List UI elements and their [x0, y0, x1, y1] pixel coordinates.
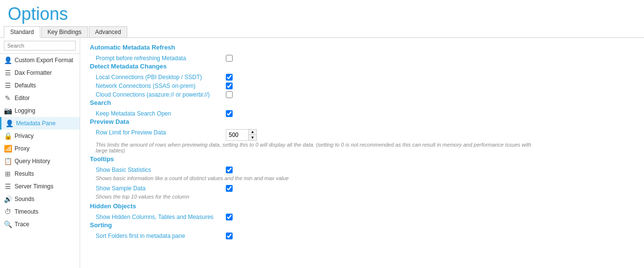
- sidebar-label-metadata-pane: Metadata Pane: [16, 120, 55, 127]
- sidebar-search-wrap: [0, 38, 80, 54]
- section-title-tooltips: Tooltips: [90, 155, 634, 163]
- sidebar-label-trace: Trace: [15, 221, 29, 228]
- section-title-sorting: Sorting: [90, 221, 634, 229]
- checkbox-prompt-before-refreshing[interactable]: [226, 55, 233, 62]
- section-sorting: SortingSort Folders first in metadata pa…: [90, 221, 634, 240]
- timeouts-icon: ⏱: [4, 208, 12, 216]
- spinner-down-row-limit-preview[interactable]: ▼: [249, 135, 256, 140]
- sidebar-item-privacy[interactable]: 🔒Privacy: [0, 130, 80, 142]
- sidebar-item-timeouts[interactable]: ⏱Timeouts: [0, 205, 80, 218]
- section-detect-metadata-changes: Detect Metadata ChangesLocal Connections…: [90, 63, 634, 99]
- option-label-sort-folders-first: Sort Folders first in metadata pane: [96, 233, 222, 239]
- logging-icon: 📷: [4, 107, 12, 115]
- checkbox-cloud-connections[interactable]: [226, 91, 233, 98]
- sidebar-label-server-timings: Server Timings: [15, 183, 53, 190]
- sidebar-label-logging: Logging: [15, 107, 35, 114]
- sidebar-label-results: Results: [15, 170, 34, 177]
- tab-standard[interactable]: Standard: [4, 26, 40, 38]
- section-search: SearchKeep Metadata Search Open: [90, 99, 634, 118]
- sidebar-item-server-timings[interactable]: ☰Server Timings: [0, 180, 80, 193]
- dax-formatter-icon: ☰: [4, 69, 12, 77]
- section-title-automatic-metadata-refresh: Automatic Metadata Refresh: [90, 44, 634, 51]
- custom-export-format-icon: 👤: [4, 56, 12, 64]
- tab-advanced[interactable]: Advanced: [89, 26, 127, 37]
- option-label-show-basic-statistics: Show Basic Statistics: [96, 167, 222, 173]
- option-row-network-connections: Network Connections (SSAS on-prem): [90, 82, 634, 90]
- option-row-show-sample-data: Show Sample Data: [90, 184, 634, 193]
- metadata-pane-icon: 👤: [5, 119, 13, 127]
- checkbox-keep-metadata-search-open[interactable]: [226, 110, 233, 117]
- search-input[interactable]: [4, 41, 76, 50]
- option-row-keep-metadata-search-open: Keep Metadata Search Open: [90, 109, 634, 118]
- privacy-icon: 🔒: [4, 132, 12, 140]
- checkbox-show-basic-statistics[interactable]: [226, 167, 233, 173]
- option-row-row-limit-preview: Row Limit for Preview Data▲▼: [90, 128, 634, 142]
- spinner-input-row-limit-preview[interactable]: [226, 130, 248, 140]
- sidebar-label-editor: Editor: [15, 95, 30, 101]
- section-hidden-objects: Hidden ObjectsShow Hidden Columns, Table…: [90, 202, 634, 221]
- editor-icon: ✎: [4, 94, 12, 102]
- option-label-row-limit-preview: Row Limit for Preview Data: [96, 129, 222, 136]
- tabs-bar: Standard Key Bindings Advanced: [0, 26, 644, 38]
- sidebar-item-custom-export-format[interactable]: 👤Custom Export Format: [0, 54, 80, 67]
- sidebar-label-privacy: Privacy: [15, 133, 34, 139]
- option-label-show-hidden-columns: Show Hidden Columns, Tables and Measures: [96, 214, 222, 220]
- sidebar-item-sounds[interactable]: 🔊Sounds: [0, 193, 80, 205]
- option-row-sort-folders-first: Sort Folders first in metadata pane: [90, 232, 634, 240]
- sidebar-label-proxy: Proxy: [15, 145, 30, 152]
- option-row-cloud-connections: Cloud Connections (asazure:// or powerbi…: [90, 90, 634, 99]
- tab-key-bindings[interactable]: Key Bindings: [41, 26, 88, 37]
- section-title-search: Search: [90, 99, 634, 106]
- option-row-show-hidden-columns: Show Hidden Columns, Tables and Measures: [90, 213, 634, 221]
- section-automatic-metadata-refresh: Automatic Metadata RefreshPrompt before …: [90, 44, 634, 63]
- sidebar-item-query-history[interactable]: 📋Query History: [0, 155, 80, 168]
- section-preview-data: Preview DataRow Limit for Preview Data▲▼…: [90, 118, 634, 153]
- sidebar-label-dax-formatter: Dax Formatter: [15, 69, 52, 76]
- sidebar-item-results[interactable]: ⊞Results: [0, 168, 80, 180]
- spinner-row-limit-preview: ▲▼: [226, 129, 257, 141]
- sidebar-item-dax-formatter[interactable]: ☰Dax Formatter: [0, 67, 80, 79]
- proxy-icon: 📶: [4, 145, 12, 152]
- option-label-network-connections: Network Connections (SSAS on-prem): [96, 83, 222, 89]
- section-title-detect-metadata-changes: Detect Metadata Changes: [90, 63, 634, 70]
- sidebar-label-custom-export-format: Custom Export Format: [15, 57, 73, 64]
- sidebar-item-editor[interactable]: ✎Editor: [0, 92, 80, 104]
- section-tooltips: TooltipsShow Basic StatisticsShows basic…: [90, 155, 634, 200]
- results-icon: ⊞: [4, 170, 12, 178]
- sidebar-item-logging[interactable]: 📷Logging: [0, 104, 80, 117]
- main-area: 👤Custom Export Format☰Dax Formatter☰Defa…: [0, 38, 644, 268]
- query-history-icon: 📋: [4, 157, 12, 165]
- sidebar-label-sounds: Sounds: [15, 196, 34, 202]
- checkbox-local-connections[interactable]: [226, 74, 233, 81]
- sidebar: 👤Custom Export Format☰Dax Formatter☰Defa…: [0, 38, 80, 268]
- sidebar-item-metadata-pane[interactable]: 👤Metadata Pane: [0, 117, 80, 130]
- page-title: Options: [0, 0, 644, 26]
- option-hint-show-basic-statistics: Shows basic information like a count of …: [96, 175, 634, 181]
- defaults-icon: ☰: [4, 82, 12, 89]
- option-label-show-sample-data: Show Sample Data: [96, 185, 222, 192]
- sidebar-item-proxy[interactable]: 📶Proxy: [0, 142, 80, 155]
- option-label-cloud-connections: Cloud Connections (asazure:// or powerbi…: [96, 91, 222, 98]
- section-title-hidden-objects: Hidden Objects: [90, 202, 634, 210]
- option-label-keep-metadata-search-open: Keep Metadata Search Open: [96, 110, 222, 117]
- checkbox-show-hidden-columns[interactable]: [226, 214, 233, 220]
- sidebar-item-defaults[interactable]: ☰Defaults: [0, 79, 80, 92]
- checkbox-sort-folders-first[interactable]: [226, 233, 233, 239]
- checkbox-show-sample-data[interactable]: [226, 185, 233, 192]
- sidebar-item-trace[interactable]: 🔍Trace: [0, 218, 80, 231]
- trace-icon: 🔍: [4, 220, 12, 228]
- option-label-prompt-before-refreshing: Prompt before refreshing Metadata: [96, 55, 222, 62]
- content-area: Automatic Metadata RefreshPrompt before …: [80, 38, 644, 268]
- sidebar-label-query-history: Query History: [15, 158, 50, 165]
- sounds-icon: 🔊: [4, 195, 12, 203]
- option-hint-row-limit-preview: This limits the amount of rows when prev…: [96, 142, 533, 153]
- option-row-show-basic-statistics: Show Basic Statistics: [90, 166, 634, 174]
- sidebar-label-timeouts: Timeouts: [15, 208, 38, 215]
- checkbox-network-connections[interactable]: [226, 83, 233, 89]
- server-timings-icon: ☰: [4, 183, 12, 190]
- option-hint-show-sample-data: Shows the top 10 values for the column: [96, 194, 634, 200]
- option-row-prompt-before-refreshing: Prompt before refreshing Metadata: [90, 54, 634, 63]
- option-label-local-connections: Local Connections (PBI Desktop / SSDT): [96, 74, 222, 81]
- sidebar-label-defaults: Defaults: [15, 82, 36, 89]
- spinner-up-row-limit-preview[interactable]: ▲: [249, 130, 256, 135]
